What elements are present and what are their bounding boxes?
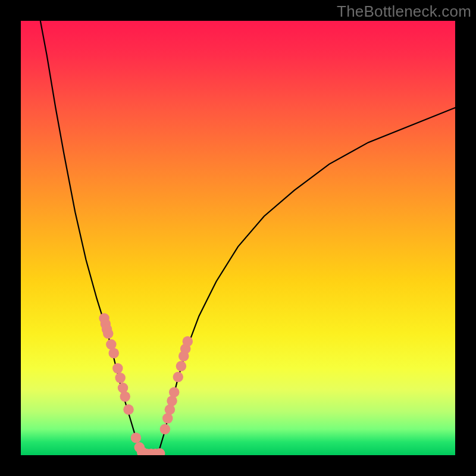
watermark-label: TheBottleneck.com xyxy=(337,2,471,21)
dot xyxy=(115,372,126,383)
dot xyxy=(123,405,134,415)
dot xyxy=(167,396,177,406)
dot xyxy=(165,405,176,415)
dot xyxy=(176,361,187,372)
dots-left xyxy=(99,313,147,455)
dots-bottom xyxy=(137,448,165,455)
dot xyxy=(162,413,173,424)
dot xyxy=(131,433,142,443)
chart-frame: TheBottleneck.com xyxy=(0,0,476,476)
dot xyxy=(120,392,130,402)
dot xyxy=(103,328,114,339)
dot xyxy=(160,424,171,434)
dot xyxy=(108,348,119,359)
dot xyxy=(118,383,129,393)
plot-area xyxy=(21,21,455,455)
curve-right xyxy=(158,108,455,455)
dot xyxy=(112,363,123,374)
dot xyxy=(173,372,184,383)
dot xyxy=(169,387,180,397)
chart-svg xyxy=(21,21,455,455)
dot xyxy=(183,336,193,347)
